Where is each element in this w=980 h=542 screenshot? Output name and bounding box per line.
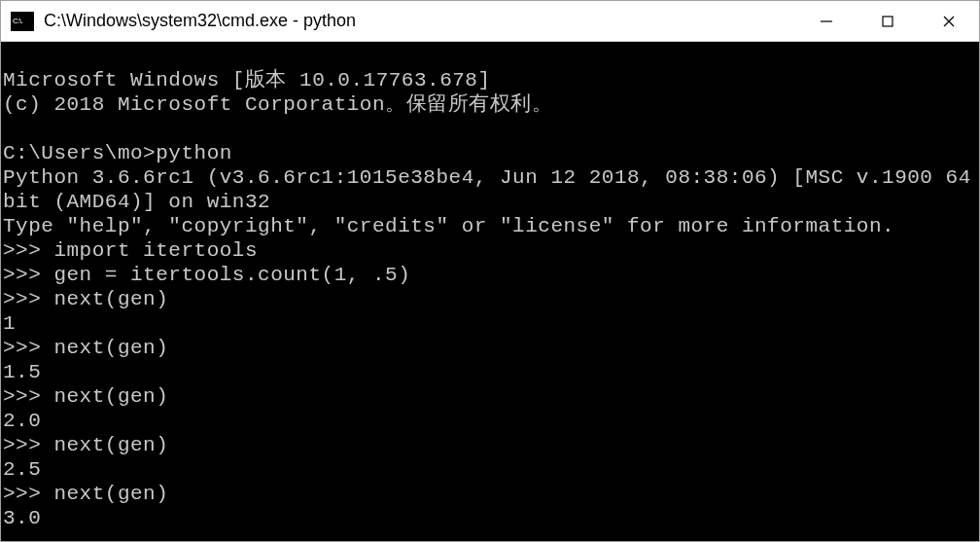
svg-rect-1: [883, 17, 892, 26]
terminal-line: Type "help", "copyright", "credits" or "…: [3, 215, 894, 237]
terminal-line: >>> gen = itertools.count(1, .5): [3, 264, 410, 286]
maximize-button[interactable]: [857, 1, 918, 41]
terminal-line: >>> next(gen): [3, 434, 168, 456]
cmd-icon: C:\.: [11, 12, 34, 31]
terminal-line: 1.5: [3, 361, 41, 383]
close-icon: [942, 15, 956, 28]
terminal-line: >>> next(gen): [3, 337, 168, 359]
titlebar[interactable]: C:\. C:\Windows\system32\cmd.exe - pytho…: [1, 1, 979, 42]
window-title: C:\Windows\system32\cmd.exe - python: [44, 11, 795, 31]
terminal-line: 2.0: [3, 410, 41, 432]
terminal-line: C:\Users\mo>python: [3, 142, 232, 164]
minimize-icon: [820, 15, 833, 28]
terminal-line: Microsoft Windows [版本 10.0.17763.678]: [3, 69, 491, 91]
terminal-line: (c) 2018 Microsoft Corporation。保留所有权利。: [3, 93, 552, 116]
terminal-line: >>> next(gen): [3, 385, 168, 408]
window-controls: [795, 1, 979, 41]
terminal-line: 3.0: [3, 507, 41, 529]
minimize-button[interactable]: [795, 1, 857, 41]
terminal-line: Python 3.6.6rc1 (v3.6.6rc1:1015e38be4, J…: [3, 166, 979, 213]
terminal-line: 2.5: [3, 458, 41, 481]
terminal-line: 1: [3, 312, 16, 335]
command-prompt-window: C:\. C:\Windows\system32\cmd.exe - pytho…: [0, 0, 980, 542]
terminal-line: >>> import itertools: [3, 239, 258, 262]
terminal-line: >>> next(gen): [3, 483, 168, 505]
terminal-output[interactable]: Microsoft Windows [版本 10.0.17763.678] (c…: [1, 42, 979, 541]
close-button[interactable]: [918, 1, 979, 41]
maximize-icon: [881, 15, 894, 28]
terminal-line: >>> next(gen): [3, 288, 168, 310]
